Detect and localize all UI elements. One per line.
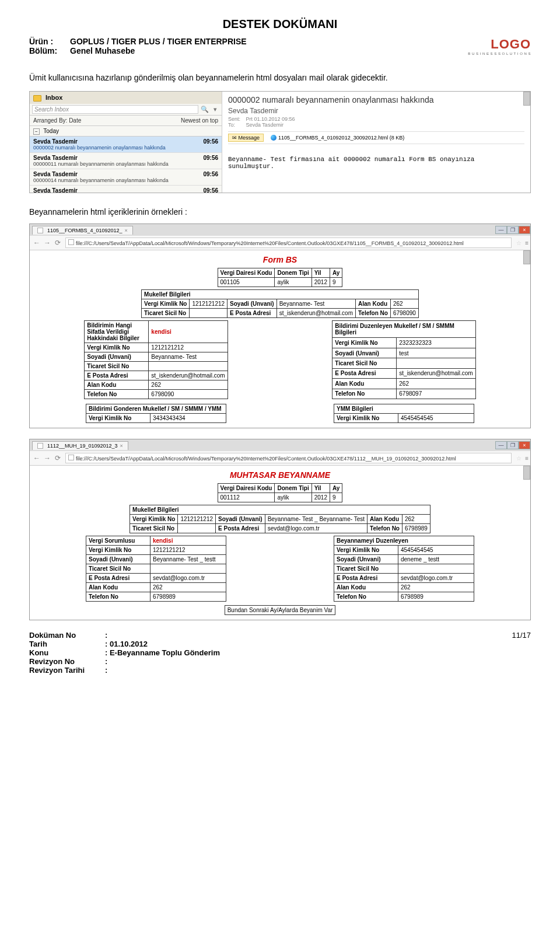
to-value: Sevda Tasdemir [246,122,284,128]
konu-label: Konu [29,648,105,657]
urun-label: Ürün : [29,37,70,46]
header-table: Vergi Dairesi KoduDonem TipiYilAy 001112… [218,483,343,502]
msg-from: Sevda Tasdemir [33,171,78,177]
bottom-left-table: Bildirimi Gonderen Mukellef / SM / SMMM … [86,404,226,423]
form-title: Form BS [33,255,527,264]
address-bar[interactable]: file:///C:/Users/SevdaT/AppData/Local/Mi… [65,453,512,463]
doc-meta: Ürün : GOPLUS / TIGER PLUS / TIGER ENTER… [29,37,247,55]
globe-icon [271,135,276,141]
message-item[interactable]: Sevda Tasdemir09:56 [30,186,222,193]
tarih-label: Tarih [29,640,105,648]
mukellef-table: Mukellef Bilgileri Vergi Kimlik No121212… [130,505,430,533]
bottom-single-table: Bundan Sonraki Ay/Aylarda Beyanim Var [225,605,336,615]
header-table: Vergi Dairesi KoduDonem TipiYilAy 001105… [218,268,343,287]
dokno-value: : [105,631,107,640]
forward-icon[interactable]: → [42,239,52,247]
page-icon [68,239,74,245]
revt-value: : [105,666,107,675]
paragraph-2: Beyannamelerin html içeriklerinin örnekl… [29,207,531,216]
close-tab-icon[interactable]: × [120,443,123,449]
doc-title: DESTEK DOKÜMANI [29,18,531,31]
bookmark-icon[interactable]: ☆ [516,240,522,246]
msg-time: 09:56 [203,155,218,161]
msg-from: Sevda Tasdemir [33,155,78,161]
inbox-header: Inbox [30,92,222,104]
dokno-label: Doküman No [29,631,105,640]
bottom-right-table: YMM Bilgileri Vergi Kimlik No4545454545 [334,404,474,423]
scrollbar-thumb[interactable] [523,250,530,264]
logo-tagline: B U S I N E S S S O L U T I O N S [468,52,531,55]
bildirim-left-table: Bildirimin Hangi Sifatla Verildigi Hakki… [84,320,228,399]
scrollbar-thumb[interactable] [523,466,530,480]
paragraph-1: Ümit kullanıcısına hazırlanıp gönderilmi… [29,73,531,82]
back-icon[interactable]: ← [32,239,42,247]
attachment[interactable]: 1105__FORMBS_4_01092012_30092012.html (8… [271,135,404,141]
back-icon[interactable]: ← [32,454,42,462]
msg-from: Sevda Tasdemir [33,138,78,145]
reload-icon[interactable]: ⟳ [52,239,63,247]
konu-value: : E-Beyanname Toplu Gönderim [105,648,220,657]
today-label: Today [43,128,59,134]
msg-from: Sevda Tasdemir [33,187,78,193]
search-input[interactable] [32,105,198,114]
chevron-down-icon[interactable]: ▾ [214,106,217,113]
logo-text: LOGO [468,37,531,52]
forward-icon[interactable]: → [42,454,52,462]
close-tab-icon[interactable]: × [125,228,128,233]
duzenleyen-right-table: Beyannameyi Duzenleyen Vergi Kimlik No45… [334,536,474,602]
message-item[interactable]: Sevda Tasdemir09:56 00000014 numaralı be… [30,169,222,186]
browser-form-bs: 1105__FORMBS_4_01092012_× — ❐ × ← → ⟳ fi… [29,223,531,428]
mail-from: Sevda Tasdemir [228,107,524,115]
bolum-label: Bölüm: [29,46,70,55]
form-title: MUHTASAR BEYANNAME [33,470,527,480]
msg-time: 09:56 [203,171,218,177]
minimize-button[interactable]: — [495,441,507,449]
folder-icon [33,95,41,102]
page-icon [68,455,74,460]
sent-label: Sent: [228,116,244,122]
revt-label: Revizyon Tarihi [29,666,105,675]
inbox-label: Inbox [46,94,62,101]
to-label: To: [228,122,244,128]
msg-subject: 00000014 numaralı beyannamenin onaylanma… [33,177,218,183]
arranged-by-label[interactable]: Arranged By: Date [33,117,81,124]
bildirim-right-table: Bildirimi Duzenleyen Mukellef / SM / SMM… [332,320,475,399]
sent-value: Prt 01.10.2012 09:56 [246,116,295,122]
minimize-button[interactable]: — [495,226,507,234]
page-icon [37,228,43,233]
address-bar[interactable]: file:///C:/Users/SevdaT/AppData/Local/Mi… [65,238,512,248]
newest-on-top[interactable]: Newest on top [181,117,218,124]
menu-icon[interactable]: ≡ [525,455,528,462]
outlook-screenshot: Inbox 🔍 ▾ Arranged By: Date Newest on to… [29,91,531,193]
sorumlu-left-table: Vergi Sorumlusukendisi Vergi Kimlik No12… [86,536,226,602]
browser-tab[interactable]: 1105__FORMBS_4_01092012_× [32,226,133,235]
close-button[interactable]: × [519,226,530,234]
search-icon[interactable]: 🔍 [201,106,209,113]
mail-body: Beyanname- Test firmasına ait 0000002 nu… [228,156,524,170]
msg-time: 09:56 [203,138,218,145]
revno-value: : [105,657,107,666]
maximize-button[interactable]: ❐ [507,226,519,234]
reload-icon[interactable]: ⟳ [52,454,63,462]
message-tab[interactable]: ✉ Message [228,134,264,142]
close-button[interactable]: × [519,441,530,449]
mail-subject: 0000002 numaralı beyannamenin onaylanmas… [228,95,524,104]
msg-subject: 00000011 numaralı beyannamenin onaylanma… [33,161,218,167]
message-item[interactable]: Sevda Tasdemir09:56 00000011 numaralı be… [30,153,222,169]
page-number: 11/17 [512,631,531,640]
collapse-icon[interactable]: − [33,128,40,135]
maximize-button[interactable]: ❐ [507,441,519,449]
logo: LOGO B U S I N E S S S O L U T I O N S [468,37,531,55]
revno-label: Revizyon No [29,657,105,666]
urun-value: GOPLUS / TIGER PLUS / TIGER ENTERPRISE [70,37,247,46]
bookmark-icon[interactable]: ☆ [516,455,522,462]
browser-tab[interactable]: 1112__MUH_19_01092012_3× [32,441,128,450]
tarih-value: : 01.10.2012 [105,640,148,648]
menu-icon[interactable]: ≡ [525,240,528,246]
bolum-value: Genel Muhasebe [70,46,135,55]
mukellef-table: Mukellef Bilgileri Vergi Kimlik No121212… [141,289,419,318]
browser-muhtasar: 1112__MUH_19_01092012_3× — ❐ × ← → ⟳ fil… [29,439,531,620]
today-group[interactable]: − Today [30,126,222,137]
message-item[interactable]: Sevda Tasdemir09:56 0000002 numaralı bey… [30,137,222,153]
scrollbar-thumb[interactable] [523,92,530,106]
